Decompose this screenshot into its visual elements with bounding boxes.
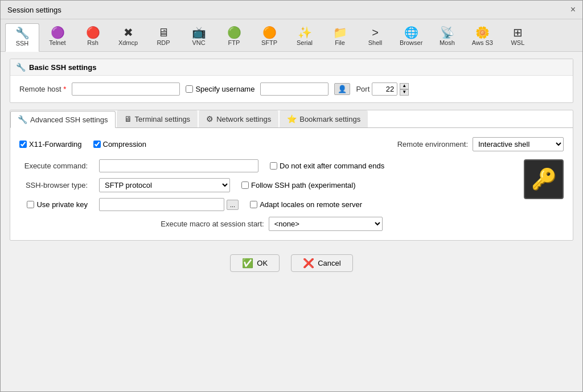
awss3-tab-label: Aws S3 — [472, 39, 493, 46]
execute-command-label: Execute command: — [19, 162, 88, 170]
rdp-tab-label: RDP — [157, 39, 170, 46]
compression-label[interactable]: Compression — [93, 140, 147, 148]
basic-ssh-title: Basic SSH settings — [29, 63, 97, 72]
vnc-tab-icon: 📺 — [192, 27, 206, 38]
session-tab-mosh[interactable]: 📡 Mosh — [430, 23, 464, 51]
sftp-tab-icon: 🟠 — [262, 27, 277, 38]
telnet-tab-label: Telnet — [49, 39, 65, 46]
compression-checkbox[interactable] — [93, 141, 101, 148]
vnc-tab-label: VNC — [192, 39, 205, 46]
use-private-key-label[interactable]: Use private key — [19, 200, 88, 209]
remote-env-select[interactable]: Interactive shell Command SFTP Exec — [473, 137, 564, 151]
do-not-exit-checkbox[interactable] — [270, 162, 277, 170]
port-label: Port — [356, 85, 369, 93]
session-tab-rdp[interactable]: 🖥 RDP — [146, 23, 180, 51]
specify-username-label[interactable]: Specify username — [186, 85, 254, 93]
ssh-browser-select[interactable]: SFTP protocol SCP protocol None — [99, 178, 230, 192]
macro-label: Execute macro at session start: — [161, 220, 264, 228]
dialog-title: Session settings — [7, 6, 61, 14]
ok-icon: ✅ — [242, 258, 253, 269]
session-tab-wsl[interactable]: ⊞ WSL — [500, 23, 535, 51]
advanced-ssh-section: 🔧 Advanced SSH settings🖥 Terminal settin… — [10, 110, 573, 241]
basic-ssh-content: Remote host * Specify username 👤 Port ▲ — [10, 76, 573, 102]
xdmcp-tab-icon: ✖ — [124, 27, 133, 38]
username-input[interactable] — [260, 82, 329, 96]
adapt-locales-label[interactable]: Adapt locales on remote server — [250, 200, 362, 209]
cancel-button[interactable]: ❌ Cancel — [291, 254, 352, 272]
session-type-tabs: 🔧 SSH🟣 Telnet🔴 Rsh✖ Xdmcp🖥 RDP📺 VNC🟢 FTP… — [1, 19, 582, 52]
key-icon: 🔑 — [531, 167, 557, 191]
basic-settings-row: Remote host * Specify username 👤 Port ▲ — [19, 82, 564, 96]
ssh-tab-icon: 🔧 — [15, 27, 30, 39]
do-not-exit-label[interactable]: Do not exit after command ends — [270, 162, 384, 170]
follow-ssh-label[interactable]: Follow SSH path (experimental) — [241, 181, 356, 189]
private-key-browse-button[interactable]: ... — [227, 200, 239, 210]
adv-tab-bookmark[interactable]: ⭐ Bookmark settings — [280, 110, 368, 127]
session-tab-awss3[interactable]: 🌼 Aws S3 — [465, 23, 499, 51]
title-bar: Session settings × — [1, 1, 582, 19]
basic-ssh-header: 🔧 Basic SSH settings — [10, 59, 573, 76]
file-tab-label: File — [335, 39, 345, 46]
port-up-button[interactable]: ▲ — [400, 83, 409, 89]
adv-tab-advanced_ssh[interactable]: 🔧 Advanced SSH settings — [10, 111, 116, 128]
adv-tab-terminal[interactable]: 🖥 Terminal settings — [117, 110, 198, 127]
adv-row-1: X11-Forwarding Compression Remote enviro… — [19, 137, 564, 151]
serial-tab-label: Serial — [297, 39, 313, 46]
user-icon-button[interactable]: 👤 — [334, 83, 350, 95]
network-adv-label: Network settings — [216, 115, 271, 123]
x11-forwarding-checkbox[interactable] — [19, 141, 27, 148]
main-content: 🔧 Basic SSH settings Remote host * Speci… — [1, 52, 582, 391]
basic-ssh-icon: 🔧 — [16, 63, 26, 72]
private-key-input[interactable] — [99, 198, 224, 211]
port-input[interactable] — [372, 82, 397, 96]
ftp-tab-label: FTP — [228, 39, 240, 46]
remote-host-input[interactable] — [72, 82, 180, 96]
use-private-key-checkbox[interactable] — [27, 201, 34, 208]
session-tab-file[interactable]: 📁 File — [323, 23, 357, 51]
rsh-tab-label: Rsh — [87, 39, 98, 46]
session-tab-shell[interactable]: > Shell — [358, 23, 392, 51]
port-down-button[interactable]: ▼ — [400, 89, 409, 96]
rdp-tab-icon: 🖥 — [158, 27, 169, 38]
awss3-tab-icon: 🌼 — [475, 27, 490, 38]
remote-env-container: Remote environment: Interactive shell Co… — [397, 137, 564, 151]
cancel-icon: ❌ — [303, 258, 314, 269]
session-tab-serial[interactable]: ✨ Serial — [288, 23, 322, 51]
adv-row-3: SSH-browser type: SFTP protocol SCP prot… — [19, 178, 524, 192]
browser-tab-icon: 🌐 — [404, 27, 418, 38]
session-tab-sftp[interactable]: 🟠 SFTP — [252, 23, 286, 51]
follow-ssh-checkbox[interactable] — [241, 181, 249, 189]
close-button[interactable]: × — [570, 5, 576, 14]
rsh-tab-icon: 🔴 — [86, 27, 100, 38]
telnet-tab-icon: 🟣 — [51, 27, 65, 38]
shell-tab-label: Shell — [368, 39, 382, 46]
session-tab-ftp[interactable]: 🟢 FTP — [217, 23, 251, 51]
session-tab-ssh[interactable]: 🔧 SSH — [5, 23, 39, 52]
ok-button[interactable]: ✅ OK — [230, 254, 280, 272]
bookmark-adv-label: Bookmark settings — [299, 115, 360, 123]
ftp-tab-icon: 🟢 — [227, 27, 241, 38]
file-tab-icon: 📁 — [333, 27, 347, 38]
session-settings-dialog: Session settings × 🔧 SSH🟣 Telnet🔴 Rsh✖ X… — [0, 0, 583, 392]
mosh-tab-label: Mosh — [440, 39, 455, 46]
advanced_ssh-adv-label: Advanced SSH settings — [30, 115, 108, 124]
session-tab-telnet[interactable]: 🟣 Telnet — [40, 23, 75, 51]
session-tab-rsh[interactable]: 🔴 Rsh — [76, 23, 110, 51]
session-tab-xdmcp[interactable]: ✖ Xdmcp — [111, 23, 145, 51]
advanced_ssh-adv-icon: 🔧 — [18, 115, 27, 124]
terminal-adv-label: Terminal settings — [135, 115, 191, 123]
adapt-locales-checkbox[interactable] — [250, 201, 257, 208]
sftp-tab-label: SFTP — [261, 39, 277, 46]
macro-select[interactable]: <none> Macro 1 Macro 2 — [269, 217, 383, 231]
execute-command-input[interactable] — [99, 159, 258, 172]
adv-tab-network[interactable]: ⚙ Network settings — [199, 110, 278, 127]
wsl-tab-label: WSL — [511, 39, 524, 46]
session-tab-browser[interactable]: 🌐 Browser — [393, 23, 429, 51]
shell-tab-icon: > — [372, 27, 379, 38]
browser-tab-label: Browser — [400, 39, 422, 46]
specify-username-checkbox[interactable] — [186, 85, 193, 93]
x11-forwarding-label[interactable]: X11-Forwarding — [19, 140, 82, 148]
network-adv-icon: ⚙ — [206, 114, 214, 123]
adv-row-5: Execute macro at session start: <none> M… — [19, 217, 524, 231]
session-tab-vnc[interactable]: 📺 VNC — [182, 23, 216, 51]
